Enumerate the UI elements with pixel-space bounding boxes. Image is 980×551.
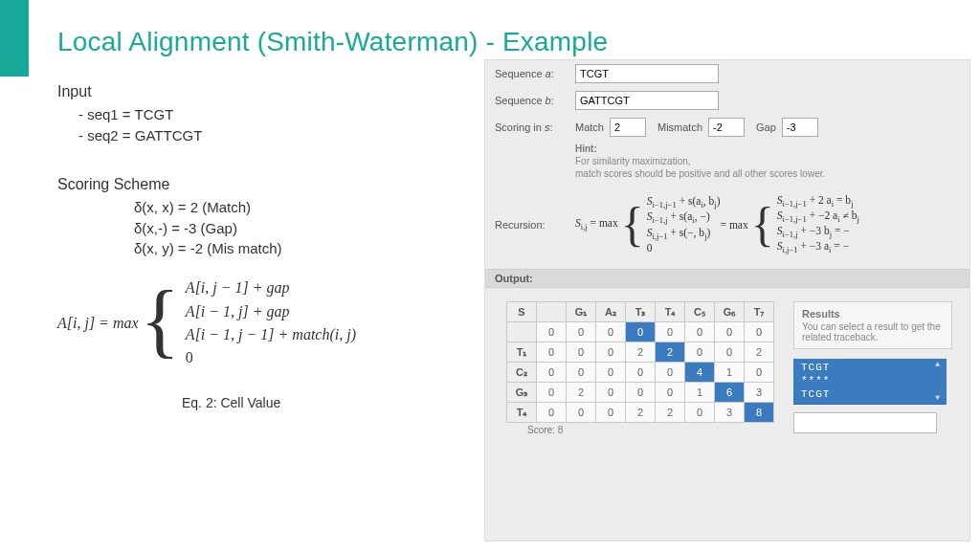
dp-cell[interactable]: 0 [596,342,626,363]
dp-cell[interactable]: 1 [685,383,715,403]
match-rule: δ(x, x) = 2 (Match) [134,197,459,218]
hint-text: Hint: For similarity maximization, match… [485,141,969,186]
dp-cell[interactable]: 2 [626,403,656,423]
dp-cell[interactable]: 2 [567,383,596,403]
dp-row-header: C₂ [507,363,537,383]
output-heading: Output: [485,269,969,288]
dp-cell[interactable]: 3 [745,383,774,403]
gap-rule: δ(x,-) = -3 (Gap) [134,218,459,239]
dp-cell[interactable]: 2 [626,342,656,363]
dp-cell[interactable]: 0 [537,383,567,403]
results-desc: You can select a result to get the relat… [802,321,944,342]
dp-cell[interactable]: 2 [745,342,774,363]
dp-cell[interactable]: 0 [537,363,567,383]
score-line: Score: 8 [506,423,774,435]
dp-cell[interactable]: 0 [537,403,567,423]
eq-case-1: A[i, j − 1] + gap [186,276,356,299]
recursion-formula: Si,j = max { Si−1,j−1 + s(ai, bj) Si−1,j… [575,193,859,255]
dp-cell[interactable]: 0 [567,363,596,383]
dp-cell[interactable]: 0 [685,403,715,423]
dp-cell[interactable]: 0 [715,322,745,342]
result-filter-input[interactable] [793,412,937,433]
caret-up-icon[interactable]: ▲ [935,360,941,369]
seq-b-input[interactable] [575,91,719,110]
dp-cell[interactable]: 4 [685,363,715,383]
dp-cell[interactable]: 0 [685,322,715,342]
dp-cell[interactable]: 1 [715,363,745,383]
result-item[interactable]: ▲ TCGT **** TCGT ▼ [793,359,947,405]
eq-case-2: A[i − 1, j] + gap [186,300,356,323]
scoring-heading: Scoring Scheme [57,173,459,195]
results-box: Results You can select a result to get t… [793,301,952,349]
dp-table: SG₁A₂T₃T₄C₅G₆T₇00000000T₁00022002C₂00000… [506,301,774,423]
eq-case-4: 0 [186,346,356,369]
dp-cell[interactable]: 0 [745,322,774,342]
dp-cell[interactable]: 3 [715,403,745,423]
dp-cell[interactable]: 0 [626,363,656,383]
dp-cell[interactable]: 0 [656,363,685,383]
dp-cell[interactable]: 0 [626,383,656,403]
dp-cell[interactable]: 0 [745,363,774,383]
dp-col-header: T₄ [656,302,685,322]
dp-row-header: G₃ [507,383,537,403]
dp-cell[interactable]: 0 [626,322,656,342]
gap-input[interactable] [782,118,818,137]
dp-row-header: T₄ [507,403,537,423]
dp-cell[interactable]: 0 [596,383,626,403]
dp-cell[interactable]: 0 [715,342,745,363]
recurrence-equation: A[i, j] = max { A[i, j − 1] + gap A[i − … [57,276,459,370]
dp-cell[interactable]: 0 [596,322,626,342]
tool-panel: Sequence a: Sequence b: Scoring in s: Ma… [484,59,970,541]
mismatch-label: Mismatch [657,121,702,133]
dp-cell[interactable]: 6 [715,383,745,403]
mismatch-input[interactable] [708,118,745,137]
dp-cell[interactable]: 0 [596,403,626,423]
results-title: Results [802,308,944,320]
eq-lhs: A[i, j] = max [57,313,139,334]
accent-bar [0,0,29,77]
seq1-text: - seq1 = TCGT [78,104,459,125]
dp-col-header: T₃ [626,302,656,322]
dp-cell[interactable]: 0 [656,383,685,403]
mismatch-rule: δ(x, y) = -2 (Mis match) [134,238,459,259]
dp-col-header: G₁ [567,302,596,322]
scoring-label: Scoring in s: [495,121,575,133]
gap-label: Gap [756,121,776,133]
dp-col-header: T₇ [745,302,774,322]
caret-down-icon[interactable]: ▼ [935,393,941,403]
seq-a-label: Sequence a: [495,68,575,79]
eq-case-3: A[i − 1, j − 1] + match(i, j) [186,323,356,346]
dp-cell[interactable]: 0 [685,342,715,363]
equation-caption: Eq. 2: Cell Value [182,393,459,412]
left-column: Input - seq1 = TCGT - seq2 = GATTCGT Sco… [57,77,459,412]
dp-col-header: G₆ [715,302,745,322]
dp-cell[interactable]: 0 [656,322,685,342]
dp-col-header: A₂ [596,302,626,322]
match-input[interactable] [610,118,646,137]
match-label: Match [575,121,604,133]
dp-cell[interactable]: 0 [567,322,596,342]
dp-col-header [537,302,567,322]
dp-cell[interactable]: 0 [537,342,567,363]
slide-title: Local Alignment (Smith-Waterman) - Examp… [57,27,608,57]
dp-corner: S [507,302,537,322]
result-select[interactable]: ▲ TCGT **** TCGT ▼ [793,359,947,405]
dp-table-wrap: SG₁A₂T₃T₄C₅G₆T₇00000000T₁00022002C₂00000… [506,301,774,435]
seq2-text: - seq2 = GATTCGT [78,125,459,146]
input-heading: Input [57,80,459,102]
brace-icon: { [141,287,180,353]
dp-row-header: T₁ [507,342,537,363]
dp-cell[interactable]: 8 [745,403,774,423]
dp-cell[interactable]: 0 [537,322,567,342]
seq-a-input[interactable] [575,64,719,83]
dp-cell[interactable]: 0 [567,342,596,363]
recursion-label: Recursion: [495,219,575,231]
dp-cell[interactable]: 2 [656,342,685,363]
dp-cell[interactable]: 2 [656,403,685,423]
dp-cell[interactable]: 0 [596,363,626,383]
dp-cell[interactable]: 0 [567,403,596,423]
dp-col-header: C₅ [685,302,715,322]
dp-row-header [507,322,537,342]
seq-b-label: Sequence b: [495,95,575,106]
